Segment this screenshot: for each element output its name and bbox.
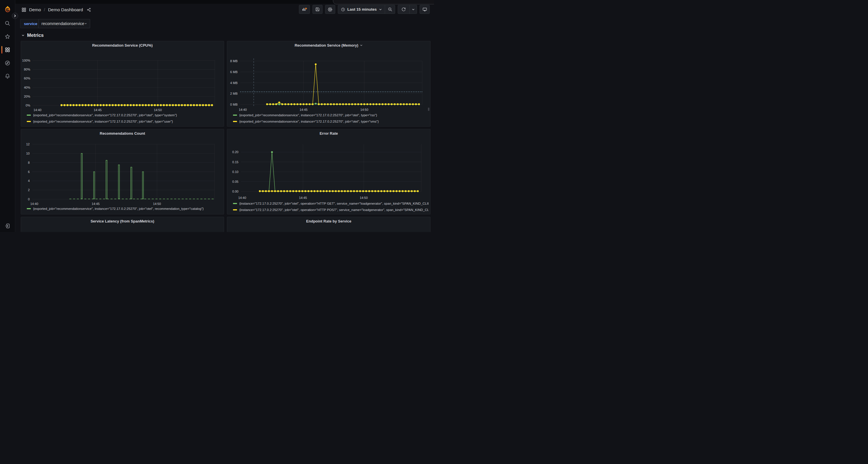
sidebar-expand-button[interactable] — [12, 13, 18, 19]
legend-swatch — [233, 114, 237, 116]
cycle-view-mode-button[interactable] — [420, 5, 430, 14]
svg-text:0%: 0% — [26, 104, 30, 107]
monitor-icon — [422, 7, 427, 12]
breadcrumb-separator: / — [44, 7, 45, 12]
svg-text:60%: 60% — [24, 76, 30, 80]
panel-title: Endpoint Rate by Service — [227, 217, 430, 225]
panel-service-latency[interactable]: Service Latency (from SpanMetrics) — [21, 217, 224, 232]
svg-text:8: 8 — [28, 161, 30, 164]
legend-item[interactable]: {exported_job="recommendationservice", i… — [27, 118, 222, 125]
panel-legend: {exported_job="recommendationservice", i… — [27, 112, 222, 125]
alerting-bell-icon[interactable] — [5, 73, 10, 79]
floppy-disk-icon — [315, 7, 320, 12]
legend-item[interactable]: {instance="172.17.0.2:25270", job="otel"… — [233, 200, 429, 207]
svg-text:14:40: 14:40 — [238, 196, 246, 199]
legend-label: {instance="172.17.0.2:25270", job="otel"… — [239, 202, 429, 205]
refresh-group — [398, 5, 417, 14]
clock-icon — [341, 7, 345, 12]
svg-text:14:40: 14:40 — [239, 108, 247, 111]
dashboards-icon[interactable] — [5, 47, 10, 53]
chevron-right-icon — [13, 14, 17, 18]
panel-menu-caret-icon[interactable] — [360, 44, 363, 47]
sign-in-icon[interactable] — [5, 223, 10, 229]
legend-item[interactable]: {exported_job="recommendationservice", i… — [233, 112, 429, 118]
legend-swatch — [233, 209, 237, 210]
variable-label-service[interactable]: service — [20, 19, 41, 28]
svg-text:14:50: 14:50 — [153, 202, 161, 205]
breadcrumb-page[interactable]: Demo Dashboard — [48, 7, 83, 12]
svg-text:4: 4 — [28, 179, 30, 183]
svg-text:14:50: 14:50 — [154, 108, 162, 112]
refresh-dashboard-button[interactable] — [398, 5, 409, 13]
legend-label: {exported_job="recommendationservice", i… — [239, 113, 377, 117]
legend-label: {exported_job="recommendationservice", i… — [239, 120, 379, 123]
section-title: Metrics — [27, 33, 44, 38]
save-dashboard-button[interactable] — [312, 5, 322, 14]
share-icon[interactable] — [87, 7, 91, 12]
svg-text:0.10: 0.10 — [232, 170, 239, 173]
panel-legend: {exported_job="recommendationservice", i… — [233, 112, 429, 125]
breadcrumb-section[interactable]: Demo — [29, 7, 41, 12]
legend-label: {exported_job="recommendationservice", i… — [33, 207, 204, 210]
legend-swatch — [27, 208, 31, 209]
legend-item[interactable]: {exported_job="recommendationservice", i… — [233, 118, 429, 125]
svg-text:0.00: 0.00 — [232, 190, 239, 193]
svg-text:8 MB: 8 MB — [230, 59, 238, 63]
browser-overlay — [333, 0, 434, 4]
svg-text:14:45: 14:45 — [300, 108, 308, 111]
apps-icon[interactable] — [21, 7, 27, 12]
svg-text:6: 6 — [28, 170, 30, 173]
panel-recommendations-count[interactable]: 02468101214:4014:4514:50 Recommendations… — [21, 129, 224, 214]
variable-value-dropdown[interactable]: recommendationservice — [38, 19, 90, 28]
svg-text:12: 12 — [26, 142, 30, 146]
panel-title: Error Rate — [227, 129, 430, 137]
legend-item[interactable]: {exported_job="recommendationservice", i… — [27, 205, 222, 212]
panel-title: Recommendation Service (Memory) — [227, 41, 430, 49]
panel-error-rate[interactable]: 0.000.050.100.150.2014:4014:4514:50 Erro… — [227, 129, 431, 214]
dashboard-settings-button[interactable] — [325, 5, 335, 14]
variable-value: recommendationservice — [41, 21, 84, 26]
legend-label: {exported_job="recommendationservice", i… — [33, 120, 173, 123]
chevron-down-icon — [379, 8, 382, 11]
sidebar — [0, 0, 15, 232]
panel-title: Recommendation Service (CPU%) — [21, 41, 224, 49]
star-icon[interactable] — [5, 34, 10, 39]
zoom-out-time-button[interactable] — [385, 5, 395, 13]
svg-text:14:50: 14:50 — [360, 108, 368, 111]
svg-text:2 MB: 2 MB — [230, 92, 238, 95]
chevron-down-icon — [84, 22, 87, 25]
svg-text:20%: 20% — [24, 95, 30, 98]
svg-text:0 MB: 0 MB — [230, 103, 238, 106]
time-range-picker[interactable]: Last 15 minutes — [338, 5, 385, 13]
search-icon[interactable] — [5, 21, 10, 26]
svg-text:14:40: 14:40 — [30, 202, 38, 205]
recommendations-count-chart[interactable]: 02468101214:4014:4514:50 — [21, 129, 224, 214]
breadcrumb: Demo / Demo Dashboard — [21, 6, 91, 13]
refresh-icon — [401, 7, 406, 12]
grafana-logo[interactable] — [4, 5, 11, 13]
svg-text:0.20: 0.20 — [232, 150, 239, 154]
chevron-down-icon — [411, 8, 415, 11]
section-header-metrics[interactable]: Metrics — [21, 33, 44, 38]
legend-swatch — [233, 121, 237, 122]
magnifier-minus-icon — [388, 7, 393, 12]
time-picker-group: Last 15 minutes — [338, 5, 395, 14]
svg-text:14:40: 14:40 — [33, 108, 41, 112]
active-nav-indicator — [1, 46, 2, 54]
svg-text:80%: 80% — [24, 68, 30, 71]
svg-text:0.15: 0.15 — [232, 160, 239, 164]
svg-text:10: 10 — [26, 152, 30, 155]
time-range-label: Last 15 minutes — [347, 7, 377, 11]
panel-memory[interactable]: 0 MB2 MB4 MB6 MB8 MB14:4014:4514:50 Reco… — [227, 41, 431, 127]
refresh-interval-dropdown[interactable] — [409, 5, 417, 13]
svg-text:4 MB: 4 MB — [230, 81, 238, 85]
panel-cpu[interactable]: 0%20%40%60%80%100%14:4014:4514:50 Recomm… — [21, 41, 224, 127]
panel-endpoint-rate[interactable]: Endpoint Rate by Service — [227, 217, 431, 232]
legend-item[interactable]: {exported_job="recommendationservice", i… — [27, 112, 222, 118]
legend-item[interactable]: {instance="172.17.0.2:25270", job="otel"… — [233, 207, 429, 213]
add-panel-button[interactable] — [299, 5, 310, 14]
panel-legend: {exported_job="recommendationservice", i… — [27, 205, 222, 212]
explore-compass-icon[interactable] — [5, 60, 10, 66]
svg-text:14:45: 14:45 — [94, 108, 102, 112]
svg-text:14:50: 14:50 — [360, 196, 368, 199]
